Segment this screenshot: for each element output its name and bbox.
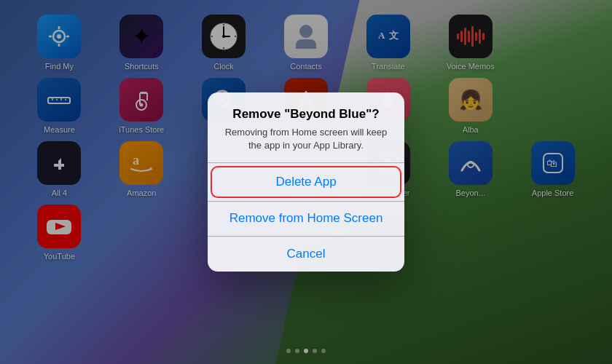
cancel-button[interactable]: Cancel <box>208 237 404 272</box>
dialog-title: Remove "Beyond Blue"? <box>222 107 390 122</box>
remove-home-screen-button[interactable]: Remove from Home Screen <box>208 201 404 236</box>
dialog-header: Remove "Beyond Blue"? Removing from Home… <box>208 92 404 162</box>
dialog-divider-1 <box>208 162 404 163</box>
delete-app-button[interactable]: Delete App <box>212 167 400 197</box>
delete-button-wrapper: Delete App <box>211 166 401 198</box>
remove-app-dialog: Remove "Beyond Blue"? Removing from Home… <box>208 92 404 272</box>
dialog-message: Removing from Home screen will keep the … <box>222 126 390 152</box>
